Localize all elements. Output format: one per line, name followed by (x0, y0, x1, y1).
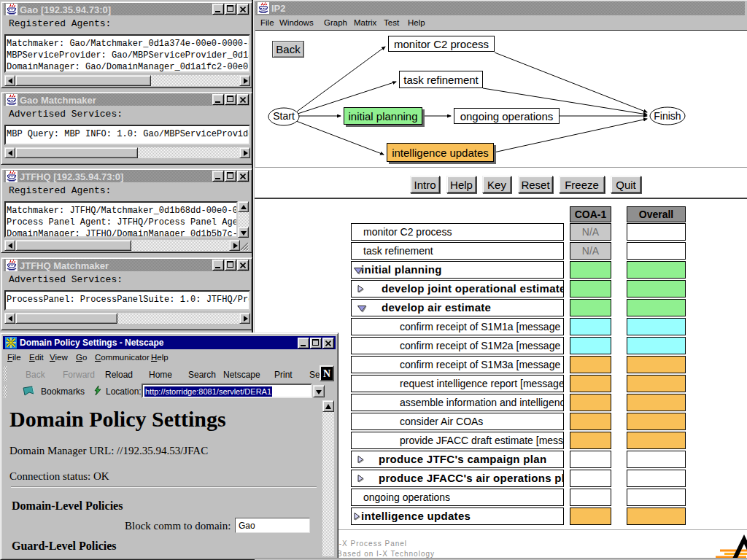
svg-text:Start: Start (273, 110, 295, 122)
svg-text:Finish: Finish (654, 110, 681, 122)
